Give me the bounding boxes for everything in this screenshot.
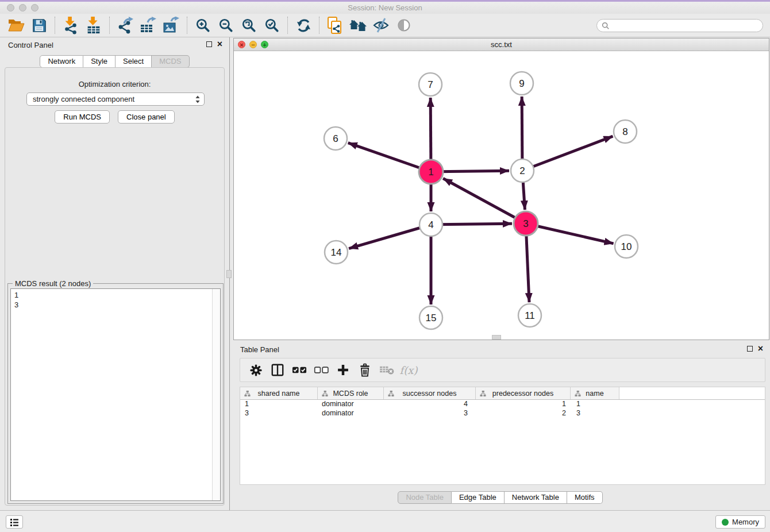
tab-network[interactable]: Network	[40, 55, 83, 68]
tab-style[interactable]: Style	[83, 55, 116, 68]
close-panel-button[interactable]: Close panel	[118, 110, 175, 124]
graph-node-8[interactable]: 8	[614, 120, 637, 143]
save-session-button[interactable]	[28, 15, 51, 36]
graph-node-4[interactable]: 4	[419, 213, 442, 236]
table-row[interactable]: 3dominator323	[240, 409, 765, 418]
export-network-button[interactable]	[114, 15, 137, 36]
right-area: × − + scc.txt 7968124314101511 Table Pan…	[230, 37, 770, 510]
column-header-MCDS-role[interactable]: MCDS role	[318, 387, 384, 399]
graph-node-6[interactable]: 6	[324, 127, 347, 150]
zoom-fit-button[interactable]	[237, 15, 260, 36]
table-panel: Table Panel ×	[230, 342, 770, 509]
mcds-result-list: 13	[11, 289, 211, 500]
control-panel-close-button[interactable]: ×	[217, 41, 222, 48]
select-all-columns-button[interactable]	[290, 361, 309, 379]
app-close-button[interactable]	[7, 4, 14, 11]
app-titlebar: Session: New Session	[0, 2, 770, 14]
graph-node-3[interactable]: 3	[514, 211, 538, 236]
canvas-splitter-grip[interactable]	[492, 335, 501, 340]
search-input[interactable]	[613, 21, 763, 31]
open-session-button[interactable]	[5, 15, 28, 36]
optimization-criterion-select[interactable]: strongly connected component	[26, 92, 205, 106]
graph-edge-3-1[interactable]	[443, 178, 526, 223]
graph-node-2[interactable]: 2	[511, 159, 534, 182]
network-canvas-wrap: 7968124314101511	[234, 51, 769, 340]
node-label: 7	[428, 79, 433, 90]
column-label: predecessor nodes	[492, 390, 553, 398]
main-area: Control Panel × NetworkStyleSelectMCDS O…	[0, 37, 770, 510]
graph-node-10[interactable]: 10	[615, 235, 638, 258]
fx-icon: f(x)	[400, 364, 418, 376]
node-label: 1	[428, 167, 433, 178]
zoom-in-button[interactable]	[191, 15, 214, 36]
import-network-button[interactable]	[59, 15, 82, 36]
search-icon	[602, 22, 610, 30]
hide-selected-button[interactable]	[369, 15, 392, 36]
graph-edge-2-8[interactable]	[522, 136, 613, 171]
unselect-all-columns-button[interactable]	[311, 361, 331, 379]
tab-mcds[interactable]: MCDS	[152, 55, 189, 68]
graph-node-15[interactable]: 15	[419, 306, 442, 329]
table-row[interactable]: 1dominator411	[240, 400, 765, 409]
table-toolbar: f(x)	[240, 358, 765, 382]
show-graphics-details-button[interactable]	[392, 15, 415, 36]
node-label: 9	[519, 78, 524, 89]
table-cell: 1	[571, 400, 619, 409]
graph-node-14[interactable]: 14	[325, 241, 348, 264]
run-mcds-button[interactable]: Run MCDS	[55, 110, 110, 124]
mcds-result-area: 13	[10, 288, 221, 501]
table-tab-motifs[interactable]: Motifs	[567, 491, 603, 504]
control-panel-float-button[interactable]	[206, 41, 212, 47]
first-neighbors-button[interactable]	[346, 15, 369, 36]
export-network-icon	[117, 17, 134, 34]
zoom-out-icon	[218, 18, 233, 33]
graph-node-9[interactable]: 9	[510, 72, 533, 95]
select-chevrons-icon	[195, 95, 201, 104]
zoom-out-button[interactable]	[214, 15, 237, 36]
zoom-selected-button[interactable]	[260, 15, 283, 36]
mcds-result-group: MCDS result (2 nodes) 13	[7, 283, 224, 504]
app-zoom-button[interactable]	[31, 4, 38, 11]
network-canvas[interactable]: 7968124314101511	[234, 51, 769, 340]
status-bar: Memory	[0, 510, 770, 532]
delete-column-button[interactable]	[355, 361, 375, 379]
result-scrollbar[interactable]	[212, 289, 220, 500]
column-header-shared-name[interactable]: shared name	[240, 387, 318, 399]
refresh-button[interactable]	[292, 15, 315, 36]
table-cell: 3	[384, 409, 476, 418]
table-panel-close-button[interactable]: ×	[758, 345, 763, 352]
task-history-button[interactable]	[6, 515, 23, 529]
column-header-name[interactable]: name	[571, 387, 619, 399]
memory-button[interactable]: Memory	[715, 515, 765, 529]
add-column-button[interactable]	[333, 361, 353, 379]
export-image-button[interactable]	[160, 15, 183, 36]
graph-edge-1-6[interactable]	[348, 143, 431, 172]
export-table-button[interactable]	[137, 15, 160, 36]
graph-edge-4-14[interactable]	[349, 225, 431, 249]
list-icon	[9, 517, 20, 527]
function-builder-button[interactable]: f(x)	[399, 361, 418, 379]
table-panel-float-button[interactable]	[747, 346, 753, 352]
column-header-predecessor-nodes[interactable]: predecessor nodes	[476, 387, 571, 399]
table-tabs-area: Node TableEdge TableNetwork TableMotifs	[230, 486, 770, 509]
clone-network-button[interactable]	[324, 15, 346, 36]
trash-icon	[358, 363, 372, 377]
graph-node-1[interactable]: 1	[419, 160, 443, 184]
delete-table-button[interactable]	[377, 361, 396, 379]
graph-edge-3-10[interactable]	[526, 223, 614, 244]
table-cell: dominator	[318, 409, 384, 418]
column-header-successor-nodes[interactable]: successor nodes	[384, 387, 476, 399]
toolbar-separator	[319, 17, 319, 34]
table-tab-node-table[interactable]: Node Table	[398, 491, 452, 504]
graph-node-7[interactable]: 7	[419, 73, 442, 96]
app-minimize-button[interactable]	[19, 4, 26, 11]
column-selector-button[interactable]	[268, 361, 287, 379]
table-cell: 3	[571, 409, 619, 418]
table-tab-edge-table[interactable]: Edge Table	[452, 491, 505, 504]
graph-node-11[interactable]: 11	[518, 304, 541, 327]
import-table-button[interactable]	[82, 15, 105, 36]
network-window-titlebar[interactable]: × − + scc.txt	[234, 38, 769, 51]
tab-select[interactable]: Select	[116, 55, 152, 68]
table-options-button[interactable]	[246, 361, 265, 379]
table-tab-network-table[interactable]: Network Table	[505, 491, 567, 504]
